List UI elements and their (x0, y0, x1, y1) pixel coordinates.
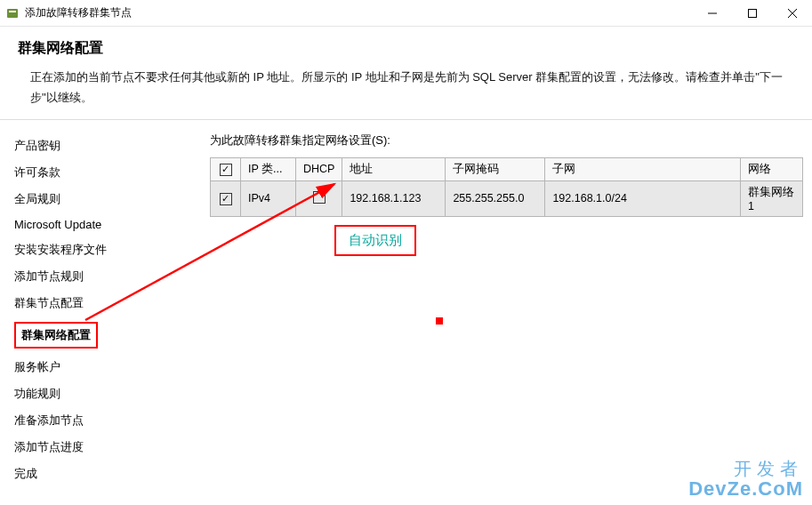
col-net[interactable]: 网络 (741, 157, 803, 180)
col-dhcp[interactable]: DHCP (296, 157, 342, 180)
main-panel: 为此故障转移群集指定网络设置(S): IP 类... DHCP 地址 子网掩码 … (192, 120, 812, 505)
svg-rect-3 (748, 9, 756, 17)
svg-rect-0 (7, 9, 18, 18)
sidebar-item-0[interactable]: 产品密钥 (11, 132, 192, 159)
col-subnet[interactable]: 子网 (545, 157, 741, 180)
header-checkbox[interactable] (220, 164, 232, 176)
minimize-button[interactable] (692, 0, 732, 27)
sidebar-item-2[interactable]: 全局规则 (11, 186, 192, 212)
col-iptype[interactable]: IP 类... (241, 157, 296, 180)
network-table: IP 类... DHCP 地址 子网掩码 子网 网络 IPv4 192.168.… (210, 157, 803, 217)
sidebar-item-12[interactable]: 完成 (11, 461, 192, 487)
app-icon (5, 6, 20, 20)
title-bar: 添加故障转移群集节点 (0, 0, 812, 27)
svg-rect-1 (9, 11, 16, 12)
instruction-label: 为此故障转移群集指定网络设置(S): (210, 132, 803, 148)
col-mask[interactable]: 子网掩码 (446, 157, 545, 180)
sidebar-item-11[interactable]: 添加节点进度 (11, 434, 192, 461)
sidebar: 产品密钥许可条款全局规则Microsoft Update安装安装程序文件添加节点… (0, 120, 192, 505)
maximize-button[interactable] (732, 0, 772, 27)
page-title: 群集网络配置 (18, 39, 794, 58)
sidebar-item-7[interactable]: 群集网络配置 (11, 317, 192, 354)
sidebar-item-1[interactable]: 许可条款 (11, 159, 192, 186)
table-row[interactable]: IPv4 192.168.1.123 255.255.255.0 192.168… (211, 180, 803, 216)
col-addr[interactable]: 地址 (342, 157, 446, 180)
page-description: 正在添加的当前节点不要求任何其他或新的 IP 地址。所显示的 IP 地址和子网是… (18, 67, 794, 108)
sidebar-item-8[interactable]: 服务帐户 (11, 354, 192, 381)
cell-net: 群集网络 1 (741, 180, 803, 216)
sidebar-item-4[interactable]: 安装安装程序文件 (11, 236, 192, 263)
cell-subnet: 192.168.1.0/24 (545, 180, 741, 216)
sidebar-item-5[interactable]: 添加节点规则 (11, 263, 192, 290)
cell-iptype: IPv4 (241, 180, 296, 216)
annotation-dot (436, 317, 443, 325)
close-button[interactable] (772, 0, 812, 27)
cell-mask: 255.255.255.0 (446, 180, 545, 216)
page-header: 群集网络配置 正在添加的当前节点不要求任何其他或新的 IP 地址。所显示的 IP… (0, 27, 812, 120)
cell-addr: 192.168.1.123 (342, 180, 446, 216)
sidebar-item-3[interactable]: Microsoft Update (11, 212, 192, 236)
watermark: 开发者 DevZe.CoM (688, 459, 803, 500)
window-title: 添加故障转移群集节点 (25, 5, 692, 20)
sidebar-item-10[interactable]: 准备添加节点 (11, 407, 192, 434)
annotation-auto-detect: 自动识别 (334, 225, 416, 256)
row-dhcp-checkbox[interactable] (313, 191, 326, 204)
sidebar-item-6[interactable]: 群集节点配置 (11, 290, 192, 317)
row-checkbox[interactable] (220, 193, 232, 205)
sidebar-item-9[interactable]: 功能规则 (11, 381, 192, 407)
col-check (211, 157, 241, 180)
